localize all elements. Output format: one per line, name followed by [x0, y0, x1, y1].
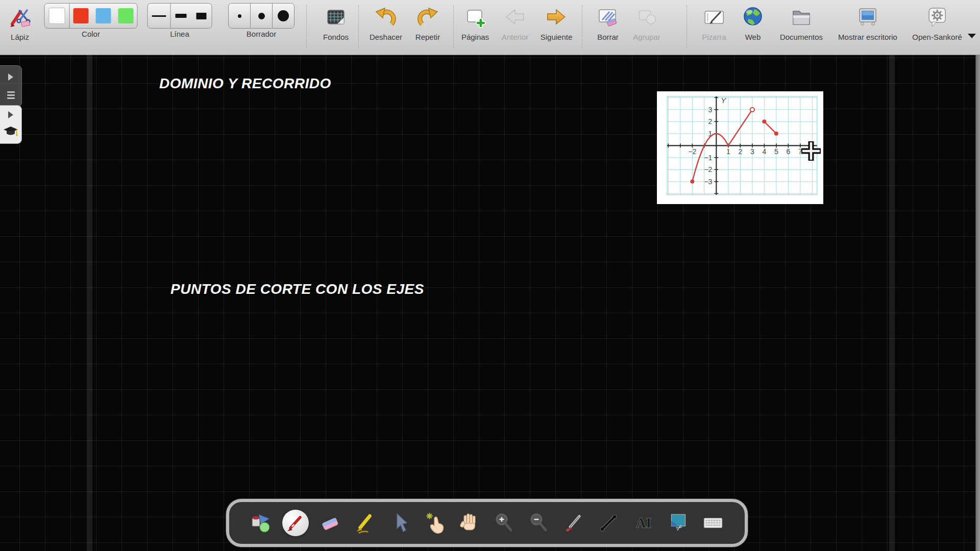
text-tool[interactable]: AI [630, 510, 657, 536]
next-arrow-icon [545, 3, 568, 32]
pencil-scissors-icon [8, 3, 32, 32]
white-swatch [49, 8, 65, 24]
eraser-tool[interactable] [317, 510, 344, 536]
selector-tool[interactable] [387, 510, 413, 536]
crosshair-cursor [799, 139, 823, 163]
board-mode-button[interactable]: Pizarra [702, 3, 726, 41]
group-shapes-icon [635, 3, 658, 32]
sidebar-tab-tutorial[interactable] [0, 105, 22, 144]
undo-label: Deshacer [370, 33, 402, 41]
svg-text:AI: AI [636, 515, 651, 531]
svg-text:4: 4 [762, 147, 766, 156]
svg-text:−3: −3 [704, 178, 712, 186]
svg-text:−2: −2 [704, 165, 712, 173]
color-swatch-blue[interactable] [92, 4, 115, 28]
redo-button[interactable]: Repetir [415, 3, 440, 41]
highlighter-tool[interactable] [352, 510, 378, 536]
eraser-medium[interactable] [251, 4, 272, 28]
redo-label: Repetir [415, 33, 440, 41]
board-label: Pizarra [702, 33, 726, 41]
line-thick[interactable] [191, 4, 212, 28]
app-menu-label: Open-Sankoré [912, 33, 962, 41]
line-thin-selected[interactable] [148, 4, 170, 28]
pencil-tool-button[interactable]: Lápiz [8, 3, 32, 41]
svg-text:5: 5 [774, 147, 778, 156]
capture-icon: ✂ [667, 511, 690, 535]
next-page-button[interactable]: Siguiente [541, 3, 573, 41]
line-tool[interactable] [595, 510, 622, 536]
backgrounds-icon [324, 3, 348, 32]
pen-tool[interactable] [282, 510, 309, 536]
next-label: Siguiente [541, 33, 573, 41]
pan-tool[interactable] [456, 510, 483, 536]
svg-text:1: 1 [726, 147, 730, 156]
heading-puntos-corte[interactable]: PUNTOS DE CORTE CON LOS EJES [170, 281, 424, 297]
function-graph-image[interactable]: −21234567321−1−2−3Y [657, 91, 823, 204]
capture-tool[interactable]: ✂ [665, 510, 692, 536]
bottom-dock: AI ✂ [226, 499, 748, 547]
eraser-icon [318, 511, 342, 535]
page-left-edge [87, 55, 92, 551]
line-width-group: Línea [148, 3, 212, 38]
green-swatch [118, 8, 134, 23]
show-desktop-button[interactable]: Mostrar escritorio [838, 3, 897, 41]
documents-mode-button[interactable]: Documentos [780, 3, 823, 41]
documents-label: Documentos [780, 33, 823, 41]
zoom-out-icon [528, 512, 550, 534]
new-page-icon [463, 3, 487, 32]
app-menu-caret-icon[interactable] [968, 34, 976, 38]
eraser-large[interactable] [273, 4, 294, 28]
heading-dominio-recorrido[interactable]: DOMINIO Y RECORRIDO [159, 76, 331, 92]
previous-label: Anterior [502, 33, 529, 41]
app-menu-button[interactable]: Open-Sankoré [912, 3, 962, 41]
annotate-library-tool[interactable] [248, 510, 274, 536]
eraser-group-label: Borrador [247, 30, 276, 38]
clear-page-button[interactable]: Borrar [596, 3, 620, 41]
backgrounds-button[interactable]: Fondos [323, 3, 349, 41]
large-dot [278, 10, 289, 21]
zoom-out-tool[interactable] [526, 510, 552, 536]
right-drawer-handle[interactable] [975, 55, 980, 551]
web-mode-button[interactable]: Web [741, 3, 765, 41]
pages-button[interactable]: Páginas [461, 3, 489, 41]
toolbar-separator [453, 5, 454, 48]
thick-line-sample [197, 13, 207, 19]
page-right-edge [889, 55, 895, 551]
sidebar-tab-library[interactable] [0, 65, 22, 107]
open-hand-icon [458, 511, 481, 535]
svg-text:3: 3 [708, 106, 713, 114]
previous-page-button[interactable]: Anterior [502, 3, 529, 41]
eraser-small-selected[interactable] [229, 4, 250, 28]
svg-text:−2: −2 [688, 147, 696, 156]
color-swatch-red[interactable] [70, 4, 92, 28]
graduation-cap-icon [2, 125, 19, 138]
interact-tool[interactable] [422, 510, 448, 536]
thin-line-sample [152, 15, 166, 17]
group-button[interactable]: Agrupar [633, 3, 660, 41]
color-swatch-green[interactable] [115, 4, 137, 28]
line-group-label: Línea [170, 30, 189, 38]
laser-pointer-tool[interactable] [560, 510, 587, 536]
eraser-size-group: Borrador [228, 3, 295, 38]
undo-button[interactable]: Deshacer [370, 3, 402, 41]
zoom-in-icon [493, 512, 516, 534]
pencil-tool-label: Lápiz [11, 33, 29, 41]
keyboard-icon [701, 511, 725, 535]
laser-pointer-icon [562, 512, 585, 534]
blue-swatch [96, 8, 111, 23]
small-dot [238, 14, 241, 18]
pointing-hand-sparkle-icon [423, 511, 447, 535]
previous-arrow-icon [503, 3, 527, 32]
text-tool-icon: AI [632, 512, 655, 534]
color-swatch-white-selected[interactable] [45, 4, 69, 28]
medium-line-sample [176, 14, 187, 18]
zoom-in-tool[interactable] [491, 510, 518, 536]
svg-text:Y: Y [721, 96, 726, 105]
line-medium[interactable] [171, 4, 191, 28]
globe-icon [741, 3, 765, 32]
svg-text:−1: −1 [704, 154, 712, 162]
web-label: Web [745, 33, 761, 41]
whiteboard-canvas[interactable] [0, 55, 980, 551]
keyboard-tool[interactable] [700, 510, 726, 536]
line-width-segments [148, 3, 212, 29]
